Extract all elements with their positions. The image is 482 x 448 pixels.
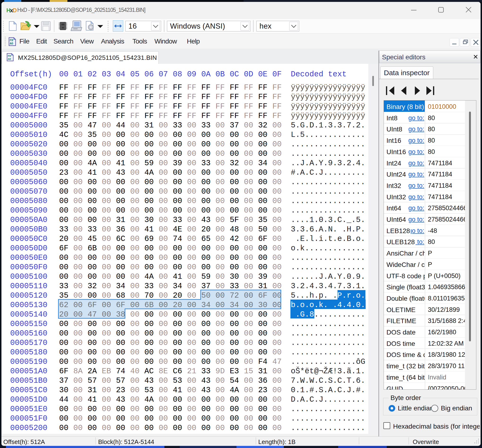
svg-text:AO: AO <box>10 42 13 45</box>
svg-text:FD: FD <box>10 39 13 42</box>
svg-text:AO: AO <box>8 58 11 61</box>
svg-text:FD: FD <box>8 55 11 57</box>
